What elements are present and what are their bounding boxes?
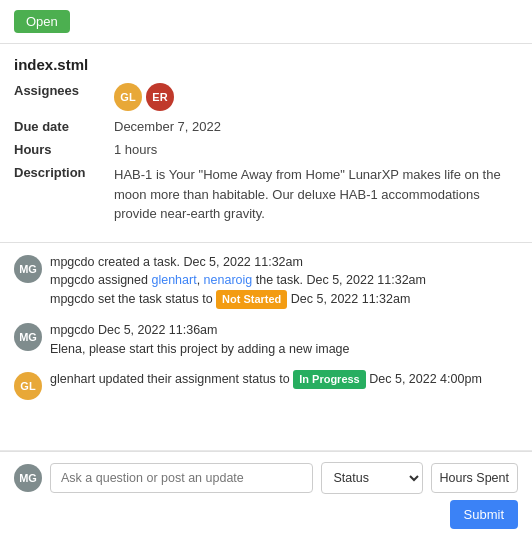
description-value: HAB-1 is Your "Home Away from Home" Luna…: [114, 165, 518, 224]
due-date-value: December 7, 2022: [114, 119, 518, 134]
activity-text-3a-pre: glenhart updated their assignment status…: [50, 372, 293, 386]
submit-button[interactable]: Submit: [450, 500, 518, 529]
activity-line-2b: Elena, please start this project by addi…: [50, 340, 518, 359]
activity-text-1b-pre: mpgcdo assigned: [50, 273, 151, 287]
activity-text-1b-mid: ,: [197, 273, 204, 287]
activity-content-2: mpgcdo Dec 5, 2022 11:36am Elena, please…: [50, 321, 518, 359]
hours-label: Hours: [14, 142, 114, 157]
activity-group-1: MG mpgcdo created a task. Dec 5, 2022 11…: [14, 253, 518, 309]
activity-content-3: glenhart updated their assignment status…: [50, 370, 518, 389]
activity-group-3: GL glenhart updated their assignment sta…: [14, 370, 518, 400]
mg-avatar-1: MG: [14, 255, 42, 283]
avatar-mpgcdo-2: MG: [14, 323, 42, 351]
gl-avatar: GL: [14, 372, 42, 400]
avatar-glenhart: GL: [14, 372, 42, 400]
activity-line-2a: mpgcdo Dec 5, 2022 11:36am: [50, 321, 518, 340]
not-started-badge: Not Started: [216, 290, 287, 309]
activity-section: MG mpgcdo created a task. Dec 5, 2022 11…: [0, 243, 532, 452]
activity-group-2: MG mpgcdo Dec 5, 2022 11:36am Elena, ple…: [14, 321, 518, 359]
comment-input[interactable]: [50, 463, 313, 493]
comment-avatar: MG: [14, 464, 42, 492]
hours-value: 1 hours: [114, 142, 518, 157]
open-button[interactable]: Open: [14, 10, 70, 33]
activity-text-1a: mpgcdo created a task. Dec 5, 2022 11:32…: [50, 255, 303, 269]
avatar-mpgcdo-1: MG: [14, 255, 42, 283]
comment-section: MG Status Not Started In Progress Done H…: [0, 451, 532, 539]
activity-text-3a-post: Dec 5, 2022 4:00pm: [369, 372, 482, 386]
meta-table: Assignees GL ER Due date December 7, 202…: [14, 83, 518, 234]
title-area: index.stml Assignees GL ER Due date Dece…: [0, 44, 532, 243]
activity-line-1a: mpgcdo created a task. Dec 5, 2022 11:32…: [50, 253, 518, 272]
avatar-gl: GL: [114, 83, 142, 111]
activity-text-1c-pre: mpgcdo set the task status to: [50, 292, 216, 306]
assignees-row: GL ER: [114, 83, 518, 111]
mg-avatar-2: MG: [14, 323, 42, 351]
in-progress-badge: In Progress: [293, 370, 366, 389]
activity-line-1b: mpgcdo assigned glenhart, nenaroig the t…: [50, 271, 518, 290]
activity-line-3a: glenhart updated their assignment status…: [50, 370, 518, 389]
main-container: Open index.stml Assignees GL ER Due date…: [0, 0, 532, 539]
due-date-label: Due date: [14, 119, 114, 134]
activity-text-2a: mpgcdo Dec 5, 2022 11:36am: [50, 323, 217, 337]
avatar-er: ER: [146, 83, 174, 111]
activity-text-2b: Elena, please start this project by addi…: [50, 342, 349, 356]
activity-content-1: mpgcdo created a task. Dec 5, 2022 11:32…: [50, 253, 518, 309]
description-label: Description: [14, 165, 114, 224]
hours-spent-button[interactable]: Hours Spent: [431, 463, 518, 493]
header: Open: [0, 0, 532, 44]
assignees-label: Assignees: [14, 83, 114, 111]
link-nenaroig[interactable]: nenaroig: [204, 273, 253, 287]
activity-line-1c: mpgcdo set the task status to Not Starte…: [50, 290, 518, 309]
link-glenhart[interactable]: glenhart: [151, 273, 196, 287]
page-title: index.stml: [14, 56, 518, 73]
activity-text-1b-post: the task. Dec 5, 2022 11:32am: [252, 273, 426, 287]
status-select[interactable]: Status Not Started In Progress Done: [321, 462, 423, 494]
activity-text-1c-post: Dec 5, 2022 11:32am: [291, 292, 411, 306]
